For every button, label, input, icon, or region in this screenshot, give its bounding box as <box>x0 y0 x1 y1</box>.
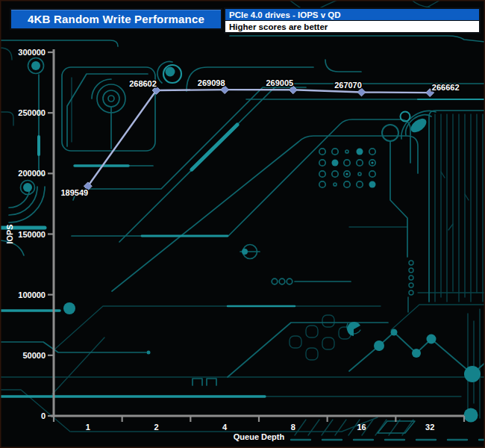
x-axis-tick-label: 1 <box>86 423 90 432</box>
benchmark-chart-page: 0500001000001500002000002500003000001248… <box>0 0 485 448</box>
page-title: 4KB Random Write Performance <box>28 13 204 25</box>
x-axis-tick-label: 2 <box>154 423 158 432</box>
y-axis-tick-label: 0 <box>41 411 46 420</box>
data-point-label: 266662 <box>432 83 460 92</box>
chart-title-bar: 4KB Random Write Performance <box>10 8 222 30</box>
y-axis-title: IOPS <box>5 224 14 243</box>
x-axis-tick-label: 32 <box>425 423 434 432</box>
y-axis-tick-label: 250000 <box>18 108 46 117</box>
chart-subtitle: PCIe 4.0 drives - IOPS v QD <box>225 9 479 21</box>
x-axis-tick-label: 4 <box>222 423 228 432</box>
y-axis-tick-label: 50000 <box>22 351 46 360</box>
x-axis-tick-label: 8 <box>291 423 295 432</box>
x-axis-tick-label: 16 <box>357 423 366 432</box>
data-point-label: 189549 <box>60 188 88 197</box>
x-axis-title: Queue Depth <box>234 432 285 441</box>
y-axis-tick-label: 300000 <box>18 48 46 57</box>
chart-note: Higher scores are better <box>225 21 479 32</box>
y-axis-tick-label: 100000 <box>18 290 46 299</box>
data-point-label: 268602 <box>129 79 157 88</box>
data-point-label: 269005 <box>266 78 293 87</box>
y-axis-tick-label: 150000 <box>18 230 46 239</box>
chart-subtitle-block: PCIe 4.0 drives - IOPS v QD Higher score… <box>224 7 481 34</box>
data-point-label: 269098 <box>198 78 225 87</box>
series-line <box>88 90 430 186</box>
y-axis-tick-label: 200000 <box>18 169 46 178</box>
data-point-label: 267070 <box>334 81 362 90</box>
iops-line-chart: 0500001000001500002000002500003000001248… <box>0 0 485 448</box>
